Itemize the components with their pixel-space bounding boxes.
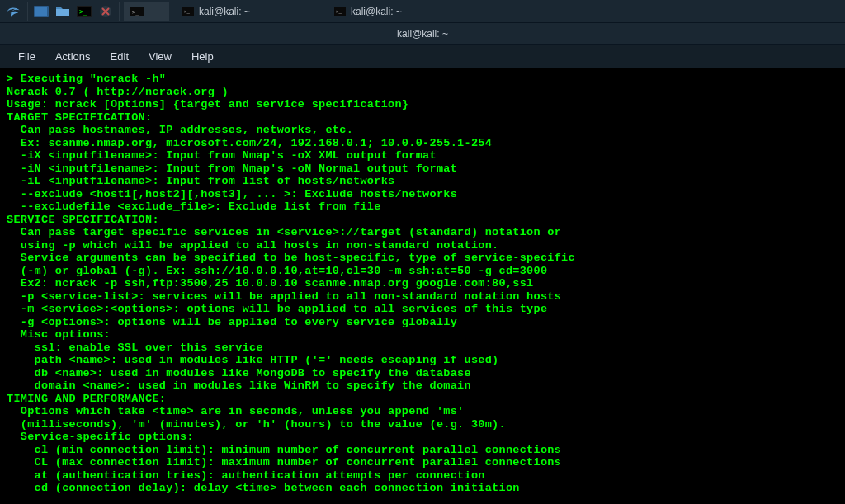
svg-text:>_: >_ [132,9,139,16]
terminal-line: -iN <inputfilename>: Input from Nmap's -… [7,163,838,176]
terminal-line: TIMING AND PERFORMANCE: [7,393,838,406]
file-manager-icon[interactable] [53,2,73,21]
terminal-line: Ex2: ncrack -p ssh,ftp:3500,25 10.0.0.10… [7,277,838,290]
terminal-line: cl (min connection limit): minimum numbe… [7,444,838,457]
terminal-line: --exclude <host1[,host2][,host3], ... >:… [7,188,838,201]
taskbar-tab-label: kali@kali: ~ [351,6,402,17]
terminal-line: -g <options>: options will be applied to… [7,316,838,329]
menu-actions[interactable]: Actions [45,47,101,66]
terminal-line: > Executing "ncrack -h" [7,73,838,86]
window-titlebar: kali@kali: ~ [0,23,845,45]
terminal-line: path <name>: used in modules like HTTP (… [7,354,838,367]
taskbar-separator [27,2,28,21]
terminal-line: -p <service-list>: services will be appl… [7,290,838,304]
terminal-line: -iL <inputfilename>: Input from list of … [7,175,838,188]
window-title: kali@kali: ~ [397,28,448,40]
terminal-line: using -p which will be applied to all ho… [7,239,838,252]
terminal-line: Misc options: [7,328,838,341]
kali-menu-icon[interactable] [4,2,24,21]
show-desktop-icon[interactable] [31,2,51,21]
terminal-line: Usage: ncrack [Options] {target and serv… [7,98,838,111]
menu-edit[interactable]: Edit [101,47,139,66]
menu-file[interactable]: File [8,47,45,66]
terminal-quick-icon[interactable]: >_ [74,2,94,21]
terminal-line: TARGET SPECIFICATION: [7,111,838,125]
terminal-line: -iX <inputfilename>: Input from Nmap's -… [7,149,838,163]
svg-text:>_: >_ [336,9,342,14]
taskbar-tab-label: kali@kali: ~ [199,6,250,17]
terminal-line: Options which take <time> are in seconds… [7,405,838,418]
terminal-line: CL (max connection limit): maximum numbe… [7,456,838,469]
terminal-line: Ncrack 0.7 ( http://ncrack.org ) [7,86,838,99]
terminal-line: ssl: enable SSL over this service [7,341,838,355]
svg-rect-1 [35,7,47,16]
terminal-line: at (authentication tries): authenticatio… [7,469,838,483]
terminal-line: SERVICE SPECIFICATION: [7,214,838,227]
terminal-line: Can pass target specific services in <se… [7,226,838,239]
terminal-line: --excludefile <exclude_file>: Exclude li… [7,200,838,214]
taskbar-tab-2[interactable]: >_ kali@kali: ~ [324,2,473,21]
kali-tool-icon[interactable] [96,2,116,21]
svg-text:>_: >_ [184,9,191,14]
terminal-line: Ex: scanme.nmap.org, microsoft.com/24, 1… [7,137,838,150]
terminal-line: db <name>: used in modules like MongoDB … [7,367,838,380]
terminal-line: Service arguments can be specified to be… [7,252,838,265]
menu-help[interactable]: Help [182,47,224,66]
terminal-line: (-m) or global (-g). Ex: ssh://10.0.0.10… [7,265,838,278]
terminal-line: domain <name>: used in modules like WinR… [7,379,838,393]
terminal-output[interactable]: > Executing "ncrack -h"Ncrack 0.7 ( http… [0,68,845,504]
taskbar-tab-1[interactable]: >_ kali@kali: ~ [172,2,321,21]
menubar: File Actions Edit View Help [0,45,845,68]
terminal-line: Service-specific options: [7,431,838,444]
menu-view[interactable]: View [139,47,182,66]
terminal-line: Can pass hostnames, IP addresses, networ… [7,124,838,137]
terminal-line: (milliseconds), 'm' (minutes), or 'h' (h… [7,418,838,431]
taskbar-app-terminal[interactable]: >_ [124,2,169,21]
taskbar-separator [119,2,120,21]
terminal-line: -m <service>:<options>: options will be … [7,303,838,316]
svg-text:>_: >_ [79,8,87,16]
taskbar: >_ >_ >_ kali@kali: ~ >_ kali@kali: ~ [0,0,845,23]
terminal-line: cd (connection delay): delay <time> betw… [7,482,838,495]
